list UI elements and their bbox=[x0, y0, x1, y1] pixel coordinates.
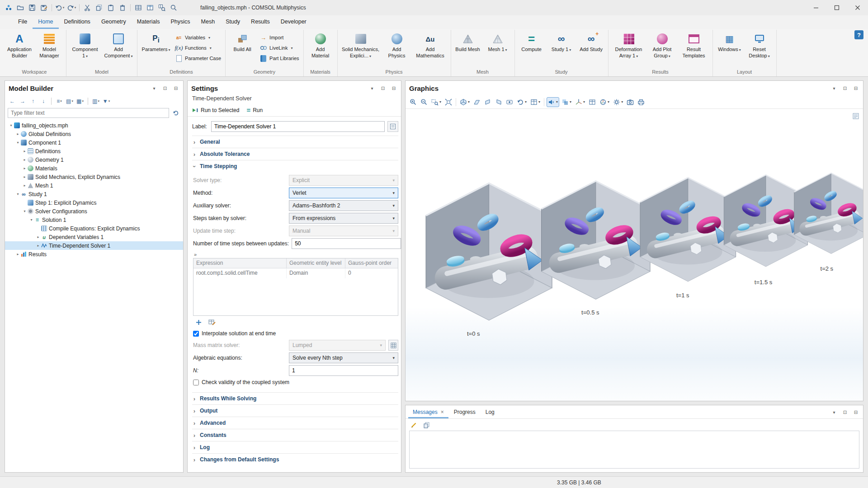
redo-button[interactable]: ▾ bbox=[66, 2, 77, 13]
edit-table-button[interactable] bbox=[208, 318, 217, 326]
messages-content[interactable] bbox=[409, 431, 859, 469]
interpolate-checkbox[interactable] bbox=[193, 331, 199, 337]
detach-panel-icon[interactable]: ⊡ bbox=[379, 84, 387, 92]
collapse-node-icon[interactable]: ▾ bbox=[29, 218, 34, 222]
reset-desktop-button[interactable]: Reset Desktop▾ bbox=[745, 31, 774, 69]
first-person-button[interactable] bbox=[505, 97, 514, 107]
section-absolute-tolerance[interactable]: › Absolute Tolerance bbox=[192, 148, 398, 160]
maximize-button[interactable] bbox=[826, 0, 847, 15]
panel-menu-icon[interactable]: ▾ bbox=[368, 84, 376, 92]
tree-item-time-dependent-solver[interactable]: ▸ Time-Dependent Solver 1 bbox=[5, 241, 183, 250]
build-all-button[interactable]: Build All bbox=[228, 31, 257, 69]
search-button[interactable] bbox=[168, 2, 179, 13]
solid-mechanics-button[interactable]: Solid Mechanics, Explici...▾ bbox=[340, 31, 382, 69]
panel-menu-icon[interactable]: ▾ bbox=[830, 84, 838, 92]
application-builder-button[interactable]: A Application Builder bbox=[5, 31, 34, 69]
show-legends-button[interactable] bbox=[851, 112, 860, 121]
move-up-button[interactable]: ↑ bbox=[28, 97, 38, 106]
section-results-while-solving[interactable]: › Results While Solving bbox=[192, 392, 398, 404]
detach-panel-icon[interactable]: ⊡ bbox=[841, 84, 849, 92]
open-folder-button[interactable] bbox=[14, 2, 26, 13]
compute-button[interactable]: = Compute bbox=[517, 31, 546, 69]
table-row[interactable]: root.comp1.solid.cellTime Domain 0 bbox=[193, 268, 398, 278]
menu-study[interactable]: Study bbox=[220, 15, 245, 29]
mesh-1-button[interactable]: Mesh 1▾ bbox=[483, 31, 512, 69]
pin-panel-icon[interactable]: ⊟ bbox=[852, 408, 859, 416]
pin-panel-icon[interactable]: ⊟ bbox=[172, 84, 179, 92]
copy-messages-button[interactable] bbox=[422, 421, 431, 429]
tree-item-study-1[interactable]: ▾ ∞ Study 1 bbox=[5, 190, 183, 198]
transparency-button[interactable]: ▾ bbox=[560, 97, 573, 107]
paste-button[interactable] bbox=[105, 2, 117, 13]
result-templates-button[interactable]: Result Templates bbox=[678, 31, 710, 69]
method-dropdown[interactable]: Verlet ▾ bbox=[289, 188, 398, 198]
auxiliary-solver-dropdown[interactable]: Adams–Bashforth 2 ▾ bbox=[289, 200, 398, 211]
expand-node-icon[interactable]: ▸ bbox=[36, 235, 41, 239]
run-to-selected-button[interactable]: Run to Selected bbox=[192, 107, 239, 113]
collapse-node-icon[interactable]: ▾ bbox=[9, 123, 14, 127]
delete-button[interactable] bbox=[117, 2, 128, 13]
cut-button[interactable] bbox=[81, 2, 93, 13]
menu-physics[interactable]: Physics bbox=[165, 15, 195, 29]
tree-item-results[interactable]: ▸ Results bbox=[5, 250, 183, 258]
check-validity-checkbox[interactable] bbox=[193, 380, 199, 385]
close-button[interactable] bbox=[847, 0, 868, 15]
tree-item-global-definitions[interactable]: ▸ Global Definitions bbox=[5, 130, 183, 138]
label-options-button[interactable] bbox=[387, 121, 398, 132]
rotate-view-button[interactable]: ▾ bbox=[515, 97, 528, 107]
build-mesh-button[interactable]: Build Mesh bbox=[453, 31, 482, 69]
menu-developer[interactable]: Developer bbox=[275, 15, 312, 29]
run-button[interactable]: = Run bbox=[246, 107, 263, 113]
save-as-button[interactable] bbox=[38, 2, 50, 13]
livelink-button[interactable]: LiveLink ▾ bbox=[258, 43, 301, 52]
functions-button[interactable]: f(x) Functions ▾ bbox=[173, 43, 223, 52]
section-advanced[interactable]: › Advanced bbox=[192, 417, 398, 429]
study-1-button[interactable]: ∞ Study 1▾ bbox=[547, 31, 576, 69]
section-time-stepping[interactable]: › Time Stepping bbox=[192, 160, 398, 172]
expand-node-icon[interactable]: ▸ bbox=[22, 183, 27, 188]
menu-file[interactable]: File bbox=[13, 15, 33, 29]
expand-node-icon[interactable]: ▸ bbox=[22, 149, 27, 153]
refresh-filter-button[interactable] bbox=[171, 108, 180, 117]
view-xy-button[interactable] bbox=[472, 97, 482, 107]
add-physics-button[interactable]: Add Physics bbox=[382, 31, 411, 69]
collapse-node-icon[interactable]: ▾ bbox=[15, 192, 20, 196]
tab-progress[interactable]: Progress bbox=[449, 405, 480, 418]
add-component-button[interactable]: Add Component▾ bbox=[102, 31, 135, 69]
component-1-button[interactable]: Component 1▾ bbox=[69, 31, 101, 69]
panel-menu-icon[interactable]: ▾ bbox=[830, 408, 838, 416]
menu-mesh[interactable]: Mesh bbox=[196, 15, 221, 29]
expand-node-icon[interactable]: ▸ bbox=[15, 132, 20, 136]
expand-node-icon[interactable]: ▸ bbox=[15, 252, 20, 256]
show-options-button[interactable]: ≡▾ bbox=[55, 97, 64, 106]
speaker-button[interactable]: ▾ bbox=[547, 97, 559, 107]
menu-home[interactable]: Home bbox=[33, 15, 58, 29]
zoom-in-button[interactable] bbox=[408, 97, 418, 107]
collapse-node-icon[interactable]: ▾ bbox=[22, 209, 27, 213]
tree-item-mesh-1[interactable]: ▸ Mesh 1 bbox=[5, 181, 183, 190]
forward-button[interactable]: → bbox=[18, 97, 27, 106]
view-zx-button[interactable] bbox=[494, 97, 504, 107]
section-log[interactable]: › Log bbox=[192, 441, 398, 453]
print-button[interactable] bbox=[636, 97, 646, 107]
zoom-extents-button[interactable] bbox=[443, 97, 453, 107]
detach-panel-icon[interactable]: ⊡ bbox=[841, 408, 849, 416]
back-button[interactable]: ← bbox=[8, 97, 17, 106]
add-study-button[interactable]: ∞+ Add Study bbox=[577, 31, 606, 69]
table-settings-button[interactable] bbox=[144, 2, 156, 13]
zoom-out-button[interactable] bbox=[419, 97, 429, 107]
tree-item-compile-equations[interactable]: Compile Equations: Explicit Dynamics bbox=[5, 224, 183, 233]
section-constants[interactable]: › Constants bbox=[192, 429, 398, 441]
n-input[interactable] bbox=[289, 365, 398, 376]
go-to-default-view-button[interactable]: ▾ bbox=[458, 97, 471, 107]
tree-item-materials[interactable]: ▸ Materials bbox=[5, 164, 183, 173]
windows-button[interactable]: ▦ Windows▾ bbox=[715, 31, 744, 69]
menu-geometry[interactable]: Geometry bbox=[96, 15, 132, 29]
variables-button[interactable]: a= Variables ▾ bbox=[173, 33, 223, 42]
go-to-node-button[interactable]: ▼▾ bbox=[102, 97, 111, 106]
tree-item-dependent-variables[interactable]: ▸ u Dependent Variables 1 bbox=[5, 233, 183, 241]
view-options-button[interactable]: ▾ bbox=[529, 97, 542, 107]
section-changes-from-default[interactable]: › Changes from Default Settings bbox=[192, 453, 398, 465]
menu-results[interactable]: Results bbox=[245, 15, 275, 29]
model-tree-settings-button[interactable]: ▥▾ bbox=[91, 97, 100, 106]
